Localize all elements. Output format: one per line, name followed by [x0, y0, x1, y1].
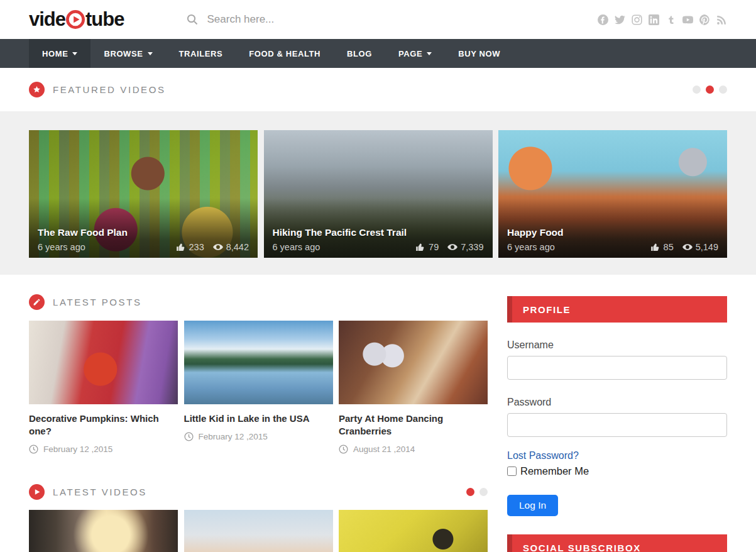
top-bar: vide tube	[0, 0, 756, 39]
username-label: Username	[507, 339, 727, 351]
view-count: 7,339	[461, 242, 483, 252]
video-card[interactable]	[184, 510, 333, 552]
video-title: Happy Food	[507, 227, 718, 238]
nav-item-home[interactable]: HOME	[29, 39, 90, 68]
section-title: LATEST VIDEOS	[53, 487, 147, 497]
video-age: 6 years ago	[507, 242, 555, 252]
login-button[interactable]: Log In	[507, 495, 558, 516]
eye-icon	[447, 243, 457, 251]
twitter-icon[interactable]	[615, 14, 625, 25]
latest-videos-header: LATEST VIDEOS	[29, 484, 488, 499]
thumbs-up-icon	[650, 243, 660, 251]
post-title: Decorative Pumpkins: Which one?	[29, 412, 178, 438]
password-field[interactable]	[507, 413, 727, 437]
logo-text-left: vide	[29, 8, 65, 31]
carousel-dot-active[interactable]	[706, 86, 714, 94]
section-title: LATEST POSTS	[53, 297, 142, 307]
main-column: LATEST POSTS Decorative Pumpkins: Which …	[29, 275, 488, 552]
carousel-dot[interactable]	[719, 86, 727, 94]
nav-item-trailers[interactable]: TRAILERS	[166, 39, 236, 68]
nav-item-buy-now[interactable]: BUY NOW	[445, 39, 513, 68]
post-card[interactable]: Little Kid in Lake in the USA February 1…	[184, 321, 333, 454]
chevron-down-icon	[427, 52, 432, 55]
play-icon	[29, 484, 45, 500]
like-count: 79	[429, 242, 439, 252]
like-count: 85	[664, 242, 674, 252]
nav-item-page[interactable]: PAGE	[385, 39, 445, 68]
carousel-dot[interactable]	[693, 86, 701, 94]
password-label: Password	[507, 397, 727, 408]
eye-icon	[213, 243, 223, 251]
social-subscribox-header: SOCIAL SUBSCRIBOX	[507, 534, 727, 552]
thumbs-up-icon	[176, 243, 186, 251]
instagram-icon[interactable]	[632, 14, 642, 25]
linkedin-icon[interactable]	[649, 14, 659, 25]
featured-videos-band: The Raw Food Plan 6 years ago 233 8,442 …	[0, 111, 756, 275]
chevron-down-icon	[72, 52, 77, 55]
clock-icon	[29, 444, 38, 454]
main-nav: HOME BROWSE TRAILERS FOOD & HEALTH BLOG …	[0, 39, 756, 68]
nav-item-browse[interactable]: BROWSE	[90, 39, 165, 68]
social-links	[598, 14, 727, 25]
logo-play-icon	[66, 10, 85, 29]
post-date: February 12 ,2015	[199, 432, 268, 441]
video-title: Hiking The Pacific Crest Trail	[273, 227, 484, 238]
lost-password-link[interactable]: Lost Password?	[507, 450, 579, 461]
video-thumbnail	[184, 510, 333, 552]
sidebar: PROFILE Username Password Lost Password?…	[507, 275, 727, 552]
facebook-icon[interactable]	[598, 14, 608, 25]
post-card[interactable]: Party At Home Dancing Cranberries August…	[339, 321, 488, 454]
youtube-icon[interactable]	[682, 14, 693, 25]
like-count: 233	[189, 242, 204, 252]
featured-videos-header: FEATURED VIDEOS	[0, 68, 756, 111]
featured-video-card[interactable]: Hiking The Pacific Crest Trail 6 years a…	[264, 130, 493, 258]
section-title: FEATURED VIDEOS	[53, 84, 166, 95]
post-date: February 12 ,2015	[43, 444, 112, 454]
video-age: 6 years ago	[38, 242, 85, 252]
post-title: Party At Home Dancing Cranberries	[339, 412, 488, 438]
carousel-dot[interactable]	[479, 488, 488, 496]
video-thumbnail	[339, 510, 488, 552]
remember-me-label: Remember Me	[520, 465, 589, 477]
featured-carousel-dots	[693, 86, 727, 94]
remember-me-checkbox[interactable]	[507, 466, 517, 476]
pencil-icon	[29, 294, 45, 310]
video-title: The Raw Food Plan	[38, 227, 249, 238]
video-age: 6 years ago	[273, 242, 320, 252]
video-thumbnail	[29, 510, 178, 552]
post-thumbnail	[339, 321, 488, 404]
search-icon	[187, 14, 198, 25]
thumbs-up-icon	[415, 243, 425, 251]
video-card[interactable]	[339, 510, 488, 552]
clock-icon	[339, 444, 348, 454]
latest-videos-carousel-dots	[466, 488, 488, 496]
username-field[interactable]	[507, 356, 727, 380]
eye-icon	[682, 243, 693, 251]
post-title: Little Kid in Lake in the USA	[184, 412, 333, 425]
post-card[interactable]: Decorative Pumpkins: Which one? February…	[29, 321, 178, 454]
search-box	[187, 13, 598, 26]
search-input[interactable]	[207, 13, 395, 26]
pinterest-icon[interactable]	[699, 14, 710, 25]
nav-item-blog[interactable]: BLOG	[334, 39, 385, 68]
post-thumbnail	[29, 321, 178, 404]
video-card[interactable]	[29, 510, 178, 552]
latest-posts-header: LATEST POSTS	[29, 294, 488, 309]
nav-item-food-health[interactable]: FOOD & HEALTH	[236, 39, 334, 68]
featured-video-card[interactable]: The Raw Food Plan 6 years ago 233 8,442	[29, 130, 258, 258]
view-count: 5,149	[696, 242, 718, 252]
tumblr-icon[interactable]	[666, 14, 676, 25]
view-count: 8,442	[226, 242, 249, 252]
carousel-dot-active[interactable]	[466, 488, 474, 496]
profile-widget-header: PROFILE	[507, 296, 727, 323]
star-icon	[29, 82, 45, 97]
chevron-down-icon	[148, 52, 153, 55]
clock-icon	[184, 432, 194, 441]
featured-video-card[interactable]: Happy Food 6 years ago 85 5,149	[498, 130, 727, 258]
post-date: August 21 ,2014	[353, 444, 415, 454]
site-logo[interactable]: vide tube	[29, 8, 124, 31]
logo-text-right: tube	[85, 8, 124, 31]
post-thumbnail	[184, 321, 333, 404]
rss-icon[interactable]	[716, 14, 727, 25]
